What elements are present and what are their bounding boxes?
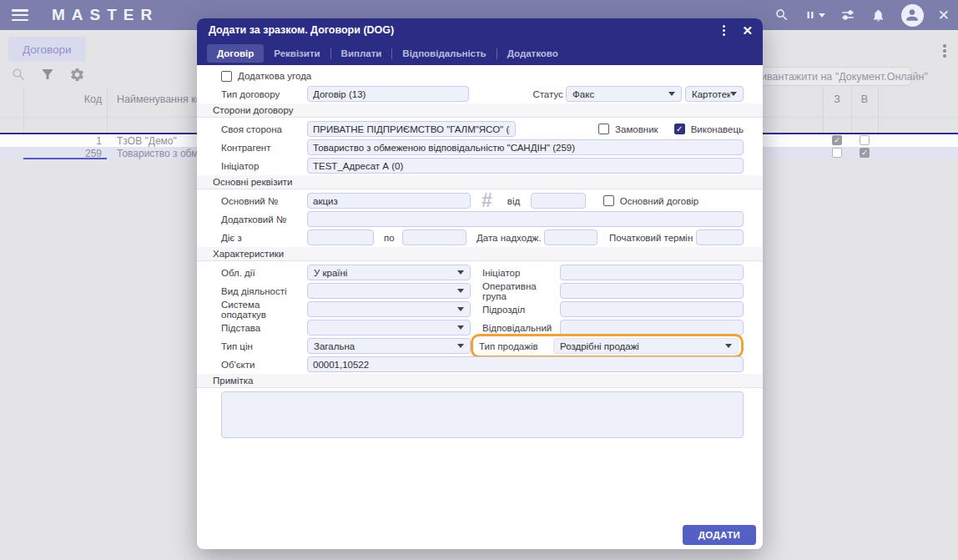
- close-icon[interactable]: ✕: [938, 8, 950, 23]
- more-options-icon[interactable]: [938, 43, 951, 59]
- main-contract-label: Основний договір: [620, 196, 698, 206]
- valid-from-field[interactable]: [307, 230, 374, 245]
- col-header-name[interactable]: Найменування кон: [117, 93, 208, 105]
- initiator2-label: Ініціатор: [482, 268, 560, 278]
- chevron-down-icon: [457, 289, 464, 293]
- initiator2-field[interactable]: [560, 265, 744, 280]
- main-number-label: Основний №: [221, 196, 307, 206]
- status-label: Статус: [532, 89, 566, 99]
- executor-checkbox[interactable]: [674, 124, 685, 134]
- upload-document-online-button[interactable]: ивантажити на "Документ.Онлайн": [754, 67, 912, 86]
- initiator-label: Ініціатор: [221, 161, 307, 171]
- tab-rekvizyty[interactable]: Реквізити: [264, 44, 330, 63]
- pause-dropdown-icon[interactable]: [804, 9, 825, 21]
- operative-group-field[interactable]: [560, 283, 744, 299]
- price-type-label: Тип цін: [221, 341, 307, 351]
- extra-agreement-checkbox[interactable]: [221, 71, 232, 82]
- tune-icon[interactable]: [840, 7, 856, 23]
- dialog-menu-icon[interactable]: [718, 23, 729, 37]
- activity-type-label: Вид діяльності: [221, 286, 307, 296]
- own-side-field[interactable]: [307, 121, 516, 137]
- card-index-select[interactable]: Картотека: [685, 86, 744, 102]
- number-icon[interactable]: #: [482, 191, 492, 210]
- counterparty-field[interactable]: [307, 139, 744, 155]
- search-icon[interactable]: [774, 7, 790, 23]
- avatar[interactable]: [901, 4, 924, 27]
- checkbox-z[interactable]: [832, 148, 842, 158]
- bell-icon[interactable]: [870, 7, 887, 23]
- arrival-date-label: Дата надходж.: [476, 233, 542, 243]
- col-header-code[interactable]: Код: [23, 93, 102, 105]
- dialog-close-icon[interactable]: ✕: [742, 24, 753, 37]
- operative-group-label: Оперативна група: [482, 281, 560, 301]
- gear-icon[interactable]: [68, 66, 85, 83]
- counterparty-label: Контрагент: [221, 143, 307, 153]
- note-textarea[interactable]: [221, 391, 744, 438]
- add-by-template-dialog: Додати за зразком. Договори (DOG) ✕ Дого…: [197, 18, 763, 549]
- chevron-down-icon: [725, 344, 732, 348]
- responsible-label: Відповідальний: [482, 323, 560, 333]
- tab-dodatkovo[interactable]: Додатково: [497, 44, 568, 63]
- filter-icon[interactable]: [39, 66, 56, 83]
- main-number-field[interactable]: [307, 193, 471, 209]
- col-header-z[interactable]: З: [823, 93, 851, 105]
- checkbox-v[interactable]: [860, 135, 870, 145]
- extra-agreement-label: Додаткова угода: [238, 71, 311, 81]
- main-contract-checkbox[interactable]: [603, 195, 614, 206]
- chevron-down-icon: [730, 92, 737, 96]
- tax-system-select[interactable]: [307, 301, 471, 317]
- contract-type-label: Тип договору: [221, 89, 307, 99]
- executor-label: Виконавець: [691, 124, 744, 134]
- col-header-v[interactable]: В: [851, 93, 878, 105]
- cell-code: 1: [23, 135, 102, 147]
- chevron-down-icon: [668, 92, 675, 96]
- tab-vidpovidalnist[interactable]: Відповідальність: [392, 44, 496, 63]
- initiator-field[interactable]: [307, 158, 744, 174]
- initial-term-field[interactable]: [696, 230, 744, 245]
- add-button[interactable]: ДОДАТИ: [683, 525, 756, 545]
- tab-vyplaty[interactable]: Виплати: [331, 44, 392, 63]
- table-toolbar: [10, 66, 85, 83]
- division-field[interactable]: [560, 301, 744, 317]
- objects-label: Об'єкти: [221, 360, 307, 370]
- customer-checkbox[interactable]: [598, 124, 609, 134]
- chevron-down-icon: [457, 344, 464, 348]
- objects-field[interactable]: [307, 356, 744, 372]
- dialog-titlebar: Додати за зразком. Договори (DOG) ✕: [197, 18, 763, 42]
- own-side-label: Своя сторона: [221, 124, 307, 134]
- tab-dogovory[interactable]: Договори: [8, 37, 86, 62]
- checkbox-z[interactable]: [832, 135, 842, 145]
- sales-type-highlight: Тип продажів Роздрібні продажі: [471, 334, 744, 358]
- price-type-select[interactable]: Загальна: [307, 338, 471, 354]
- section-parties: Сторони договору: [197, 103, 763, 118]
- valid-to-label: по: [384, 233, 401, 243]
- tab-dogovir[interactable]: Договір: [207, 44, 264, 63]
- contract-type-field[interactable]: [307, 86, 469, 102]
- status-select[interactable]: Факс: [566, 86, 682, 102]
- basis-label: Підстава: [221, 323, 307, 333]
- basis-select[interactable]: [307, 320, 471, 335]
- additional-number-field[interactable]: [307, 211, 744, 227]
- sales-type-label: Тип продажів: [479, 341, 553, 351]
- initial-term-label: Початковий термін: [609, 233, 696, 243]
- action-area-select[interactable]: У країні: [307, 265, 471, 280]
- menu-icon[interactable]: [12, 9, 28, 21]
- from-label: від: [507, 196, 527, 206]
- valid-from-label: Діє з: [221, 233, 307, 243]
- division-label: Підрозділ: [482, 305, 560, 315]
- chevron-down-icon: [457, 307, 464, 311]
- search-icon[interactable]: [10, 66, 27, 83]
- from-date-field[interactable]: [531, 193, 586, 209]
- arrival-date-field[interactable]: [544, 230, 597, 245]
- valid-to-field[interactable]: [402, 230, 466, 245]
- additional-number-label: Додатковий №: [221, 214, 307, 225]
- action-area-label: Обл. дії: [221, 268, 307, 278]
- dialog-tabs: Договір Реквізити Виплати Відповідальніс…: [197, 42, 763, 65]
- section-main-details: Основні реквізити: [197, 175, 763, 189]
- activity-type-select[interactable]: [307, 283, 471, 299]
- sales-type-select[interactable]: Роздрібні продажі: [553, 338, 739, 354]
- section-note: Примітка: [197, 374, 763, 388]
- checkbox-v[interactable]: [860, 148, 870, 158]
- customer-label: Замовник: [615, 124, 658, 134]
- cell-name: Товариство з обме: [117, 148, 204, 159]
